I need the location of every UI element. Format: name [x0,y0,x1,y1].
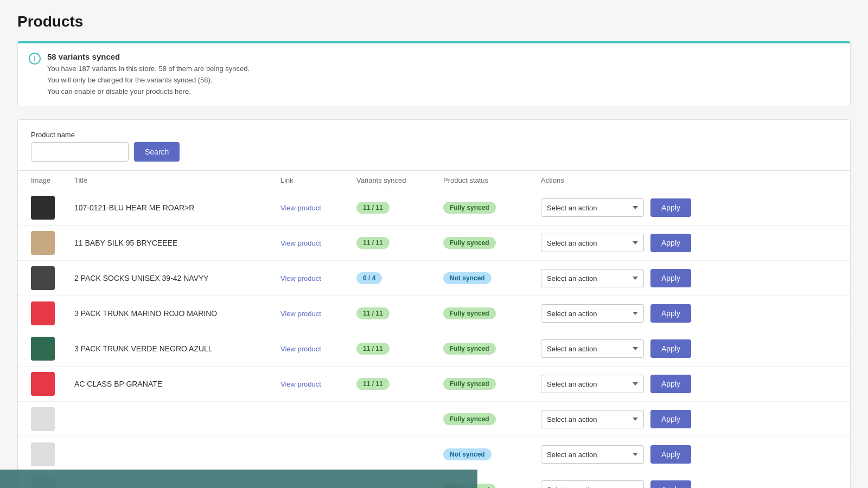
actions-cell: Select an action Sync Unsync Remove Appl… [541,480,837,488]
actions-cell: Select an action Sync Unsync Remove Appl… [541,339,837,358]
status-cell: Fully synced [443,202,541,214]
product-title-cell: 3 PACK TRUNK MARINO ROJO MARINO [74,309,280,318]
status-badge: Fully synced [443,202,496,214]
variants-cell: 11 / 11 [356,202,443,214]
variants-cell: 11 / 11 [356,237,443,249]
action-select[interactable]: Select an action Sync Unsync Remove [541,480,644,488]
product-image [31,407,55,431]
action-select[interactable]: Select an action Sync Unsync Remove [541,269,644,287]
apply-button[interactable]: Apply [650,480,691,488]
table-row: 2 PACK SOCKS UNISEX 39-42 NAVYY View pro… [18,261,850,296]
variants-cell: 11 / 11 [356,343,443,355]
col-status: Product status [443,176,541,184]
info-icon: i [29,53,41,65]
table-row: 3 PACK TRUNK MARINO ROJO MARINO View pro… [18,296,850,331]
product-title-cell: AC CLASS BP GRANATE [74,380,280,388]
apply-button[interactable]: Apply [650,198,691,217]
table-row: AC CLASS BP GRANATE View product 11 / 11… [18,367,850,402]
status-badge: Not synced [443,272,492,284]
status-badge: Fully synced [443,343,496,355]
variants-badge: 11 / 11 [356,378,390,390]
info-banner: i 58 variants synced You have 187 varian… [17,41,851,106]
product-image [31,442,55,466]
view-product-link[interactable]: View product [280,345,321,353]
status-badge: Fully synced [443,307,496,319]
action-select[interactable]: Select an action Sync Unsync Remove [541,304,644,323]
product-image [31,301,55,325]
col-title: Title [74,176,280,184]
product-title-cell: 3 PACK TRUNK VERDE NEGRO AZULL [74,344,280,353]
apply-button[interactable]: Apply [650,375,691,393]
variants-badge: 11 / 11 [356,343,390,355]
view-product-link[interactable]: View product [280,274,321,282]
info-line-2: You will only be charged for the variant… [47,75,250,86]
variants-badge: 11 / 11 [356,202,390,214]
status-badge: Not synced [443,448,492,460]
product-image [31,372,55,396]
product-image-cell [31,231,74,255]
action-select[interactable]: Select an action Sync Unsync Remove [541,410,644,428]
product-image [31,337,55,361]
view-product-link[interactable]: View product [280,380,321,388]
action-select[interactable]: Select an action Sync Unsync Remove [541,375,644,393]
table-row: Not synced Select an action Sync Unsync … [18,437,850,472]
status-cell: Fully synced [443,343,541,355]
table-row: 3 PACK TRUNK VERDE NEGRO AZULL View prod… [18,331,850,367]
status-badge: Fully synced [443,237,496,249]
page-title: Products [17,13,851,30]
product-image-cell [31,407,74,431]
apply-button[interactable]: Apply [650,304,691,323]
status-cell: Fully synced [443,413,541,425]
apply-button[interactable]: Apply [650,269,691,287]
table-row: 107-0121-BLU HEAR ME ROAR>R View product… [18,190,850,226]
product-title-cell: 11 BABY SILK 95 BRYCEEEE [74,239,280,247]
search-label: Product name [31,131,837,139]
product-panel: Product name Search Image Title Link Var… [17,119,851,488]
product-link-cell: View product [280,274,356,282]
status-cell: Fully synced [443,237,541,249]
search-input[interactable] [31,142,129,162]
product-title-cell: 107-0121-BLU HEAR ME ROAR>R [74,203,280,212]
search-row: Search [31,142,837,162]
table-body: 107-0121-BLU HEAR ME ROAR>R View product… [18,190,850,488]
product-link-cell: View product [280,309,356,318]
variants-badge: 11 / 11 [356,307,390,319]
variants-badge: 0 / 4 [356,272,382,284]
variants-cell: 11 / 11 [356,378,443,390]
table-row: 11 BABY SILK 95 BRYCEEEE View product 11… [18,226,850,261]
status-badge: Fully synced [443,378,496,390]
action-select[interactable]: Select an action Sync Unsync Remove [541,234,644,252]
search-button[interactable]: Search [134,142,180,162]
info-line-3: You can enable or disable your products … [47,86,250,98]
action-select[interactable]: Select an action Sync Unsync Remove [541,339,644,358]
col-link: Link [280,176,356,184]
action-select[interactable]: Select an action Sync Unsync Remove [541,198,644,217]
apply-button[interactable]: Apply [650,339,691,358]
status-cell: Not synced [443,272,541,284]
product-link-cell: View product [280,380,356,388]
action-select[interactable]: Select an action Sync Unsync Remove [541,445,644,464]
table-header: Image Title Link Variants synced Product… [18,171,850,190]
search-bar: Product name Search [18,120,850,171]
view-product-link[interactable]: View product [280,204,321,212]
col-image: Image [31,176,74,184]
actions-cell: Select an action Sync Unsync Remove Appl… [541,304,837,323]
product-image-cell [31,337,74,361]
apply-button[interactable]: Apply [650,410,691,428]
info-title: 58 variants synced [47,52,250,61]
table-row: Fully synced Select an action Sync Unsyn… [18,402,850,437]
status-cell: Fully synced [443,307,541,319]
view-product-link[interactable]: View product [280,310,321,318]
actions-cell: Select an action Sync Unsync Remove Appl… [541,375,837,393]
apply-button[interactable]: Apply [650,234,691,252]
variants-cell: 0 / 4 [356,272,443,284]
actions-cell: Select an action Sync Unsync Remove Appl… [541,410,837,428]
view-product-link[interactable]: View product [280,239,321,247]
col-actions: Actions [541,176,837,184]
actions-cell: Select an action Sync Unsync Remove Appl… [541,198,837,217]
apply-button[interactable]: Apply [650,445,691,464]
product-title-cell: 2 PACK SOCKS UNISEX 39-42 NAVYY [74,274,280,282]
product-image-cell [31,196,74,220]
status-cell: Not synced [443,448,541,460]
product-image-cell [31,372,74,396]
